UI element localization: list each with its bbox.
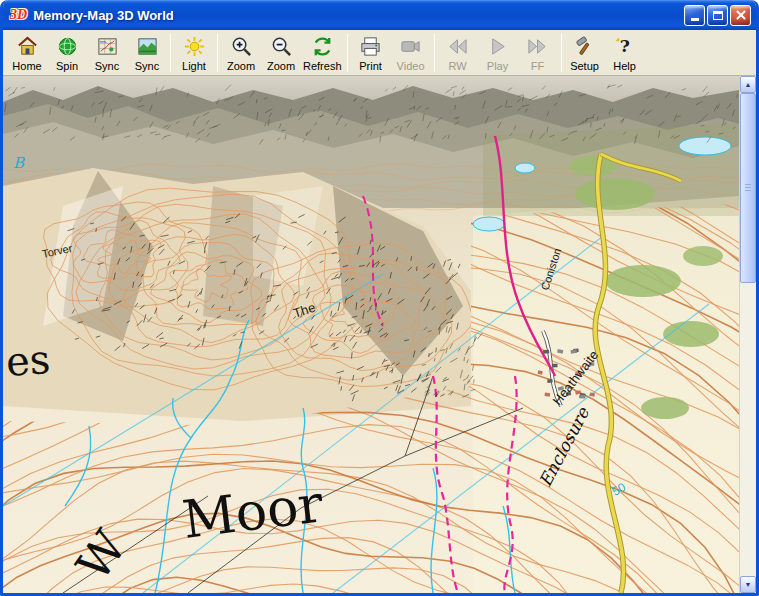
toolbar-separator — [434, 34, 435, 72]
vertical-scrollbar[interactable]: ▲ ▼ — [739, 76, 756, 593]
toolbar-separator — [347, 34, 348, 72]
toolbar-button-refresh[interactable]: Refresh — [301, 32, 344, 74]
app-icon-3d: 3D — [10, 7, 27, 23]
toolbar-button-label: Sync — [135, 60, 159, 72]
zoom-in-icon — [230, 35, 253, 59]
toolbar-button-light[interactable]: Light — [174, 32, 214, 74]
toolbar-button-play: Play — [478, 32, 518, 74]
toolbar-button-label: Sync — [95, 60, 119, 72]
toolbar-button-label: Setup — [570, 60, 599, 72]
toolbar-button-label: FF — [531, 60, 544, 72]
zoom-out-icon — [270, 35, 293, 59]
rewind-icon — [446, 35, 469, 59]
close-button[interactable] — [730, 5, 751, 26]
minimize-button[interactable] — [684, 5, 705, 26]
toolbar-separator — [170, 34, 171, 72]
setup-icon — [573, 35, 596, 59]
toolbar-button-spin-globe[interactable]: Spin — [47, 32, 87, 74]
toolbar-button-zoom-in[interactable]: Zoom — [221, 32, 261, 74]
client-area: BTorveresTheConistonHeathwaiteEnclosureM… — [3, 76, 756, 593]
refresh-icon — [311, 35, 334, 59]
play-icon — [486, 35, 509, 59]
sync-map-icon — [96, 35, 119, 59]
toolbar-button-label: Print — [359, 60, 382, 72]
minimize-icon — [691, 18, 699, 21]
toolbar-button-print[interactable]: Print — [351, 32, 391, 74]
scroll-down-button[interactable]: ▼ — [740, 576, 756, 593]
toolbar-button-label: Home — [12, 60, 41, 72]
scrollbar-thumb[interactable] — [740, 93, 756, 283]
toolbar-button-fast-forward: FF — [518, 32, 558, 74]
toolbar-button-zoom-out[interactable]: Zoom — [261, 32, 301, 74]
home-icon — [16, 35, 39, 59]
toolbar-button-label: Video — [397, 60, 425, 72]
window-title: Memory-Map 3D World — [33, 8, 682, 23]
svg-text:?: ? — [620, 36, 630, 56]
toolbar-button-label: RW — [448, 60, 466, 72]
spin-globe-icon — [56, 35, 79, 59]
close-icon — [735, 9, 747, 21]
toolbar-button-label: Refresh — [303, 60, 342, 72]
toolbar-button-video: Video — [391, 32, 431, 74]
fast-forward-icon — [526, 35, 549, 59]
map-label: es — [4, 336, 51, 385]
toolbar-button-label: Spin — [56, 60, 78, 72]
toolbar-button-label: Zoom — [227, 60, 255, 72]
titlebar[interactable]: 3D Memory-Map 3D World — [3, 0, 756, 30]
scroll-up-button[interactable]: ▲ — [740, 76, 756, 93]
toolbar-button-help[interactable]: ?Help — [605, 32, 645, 74]
terrain-svg: BTorveresTheConistonHeathwaiteEnclosureM… — [3, 76, 739, 593]
toolbar-button-label: Play — [487, 60, 508, 72]
print-icon — [359, 35, 382, 59]
toolbar-button-home[interactable]: Home — [7, 32, 47, 74]
toolbar-button-label: Help — [613, 60, 636, 72]
toolbar-button-label: Zoom — [267, 60, 295, 72]
maximize-icon — [713, 11, 723, 20]
map-label: B — [13, 154, 25, 172]
toolbar-separator — [217, 34, 218, 72]
video-icon — [399, 35, 422, 59]
toolbar-button-setup[interactable]: Setup — [565, 32, 605, 74]
maximize-button[interactable] — [707, 5, 728, 26]
help-icon: ? — [613, 35, 636, 59]
light-icon — [183, 35, 206, 59]
toolbar-separator — [561, 34, 562, 72]
toolbar: HomeSpinSyncSyncLightZoomZoomRefreshPrin… — [3, 30, 756, 76]
sync-view-icon — [136, 35, 159, 59]
toolbar-button-sync-view[interactable]: Sync — [127, 32, 167, 74]
map-3d-view[interactable]: BTorveresTheConistonHeathwaiteEnclosureM… — [3, 76, 739, 593]
app-window: 3D Memory-Map 3D World HomeSpinSyncSyncL… — [0, 0, 759, 596]
toolbar-button-label: Light — [182, 60, 206, 72]
toolbar-button-rewind: RW — [438, 32, 478, 74]
window-controls — [682, 5, 751, 26]
toolbar-button-sync-map[interactable]: Sync — [87, 32, 127, 74]
